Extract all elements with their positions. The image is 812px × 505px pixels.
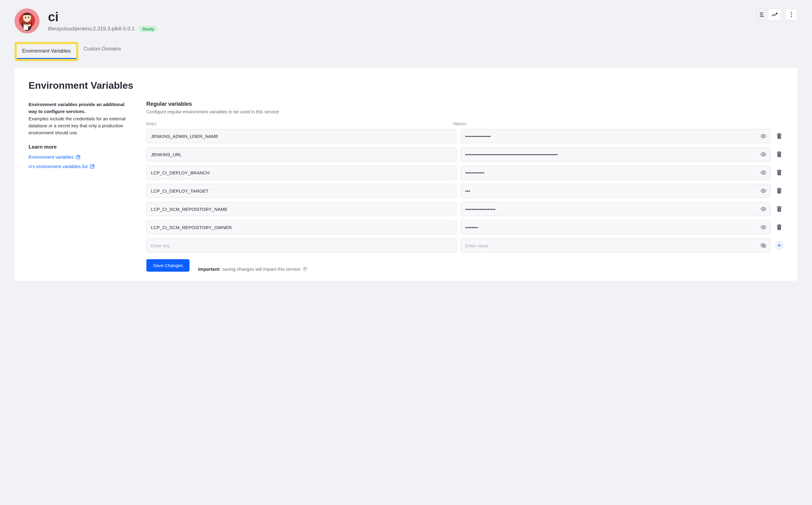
svg-point-22 — [763, 172, 764, 173]
content-row: Environment variables provide an additio… — [29, 101, 783, 272]
tab-custom-domains[interactable]: Custom Domains — [78, 42, 126, 61]
toggle-visibility-button[interactable] — [759, 132, 768, 140]
help-icon[interactable]: ? — [302, 266, 308, 272]
new-key-field — [147, 238, 457, 252]
trash-icon — [777, 151, 782, 157]
section-title: Regular variables — [147, 101, 783, 107]
important-text: saving changes will impact this service — [223, 267, 301, 272]
key-input[interactable] — [147, 166, 457, 180]
value-input[interactable] — [461, 220, 771, 234]
key-field — [147, 166, 457, 180]
row-action — [775, 132, 783, 140]
key-input[interactable] — [147, 220, 457, 234]
dots-vertical-icon — [791, 12, 792, 17]
intro-bold: Environment variables provide an additio… — [29, 102, 124, 114]
svg-rect-24 — [777, 170, 782, 171]
variable-row — [147, 184, 783, 198]
sidebar-intro: Environment variables provide an additio… — [29, 101, 132, 136]
add-variable-button[interactable]: + — [775, 241, 783, 250]
delete-variable-button[interactable] — [775, 223, 783, 231]
toggle-visibility-button[interactable] — [759, 187, 768, 195]
eye-icon — [760, 224, 767, 230]
svg-point-30 — [763, 208, 764, 210]
save-button[interactable]: Save Changes — [147, 259, 190, 272]
key-input[interactable] — [147, 184, 457, 198]
delete-variable-button[interactable] — [775, 205, 783, 213]
value-field — [461, 129, 771, 143]
value-input[interactable] — [461, 129, 771, 143]
new-key-input[interactable] — [147, 238, 457, 252]
new-value-field — [461, 238, 771, 252]
svg-rect-29 — [778, 188, 780, 188]
new-value-input[interactable] — [461, 238, 771, 252]
tab-environment-variables[interactable]: Environment Variables — [17, 44, 76, 59]
trash-icon — [777, 133, 782, 139]
key-field — [147, 129, 457, 143]
toggle-visibility-button[interactable] — [759, 223, 768, 231]
svg-rect-8 — [760, 14, 763, 15]
svg-line-11 — [77, 156, 79, 158]
chart-view-button[interactable] — [769, 9, 781, 20]
value-field — [461, 166, 771, 180]
toggle-visibility-button[interactable] — [759, 205, 768, 213]
key-input[interactable] — [147, 202, 457, 216]
col-head-keys: Keys — [147, 121, 449, 126]
svg-point-18 — [763, 154, 764, 155]
svg-rect-32 — [777, 207, 782, 207]
delete-variable-button[interactable] — [775, 168, 783, 177]
variable-row — [147, 166, 783, 180]
svg-rect-17 — [778, 133, 780, 134]
intro-rest: Examples include the credentials for an … — [29, 116, 125, 136]
value-input[interactable] — [461, 184, 771, 198]
eye-icon — [760, 133, 767, 139]
variable-row — [147, 220, 783, 234]
view-toggle-group — [756, 8, 781, 21]
trash-icon — [777, 224, 782, 230]
svg-point-3 — [25, 17, 26, 18]
row-action — [775, 187, 783, 195]
column-headers: Keys Values — [147, 121, 783, 126]
svg-rect-36 — [777, 225, 782, 226]
list-view-button[interactable] — [756, 9, 769, 20]
svg-rect-31 — [777, 207, 781, 212]
key-input[interactable] — [147, 129, 457, 143]
value-input[interactable] — [461, 202, 771, 216]
key-input[interactable] — [147, 147, 457, 161]
toggle-visibility-button[interactable] — [759, 168, 768, 177]
link-ci-env-variables-list[interactable]: ci's environment variables list — [29, 164, 132, 169]
chart-icon — [772, 12, 778, 17]
svg-rect-20 — [777, 152, 782, 153]
tab-highlight: Environment Variables — [15, 42, 78, 61]
key-field — [147, 202, 457, 216]
sidebar: Environment variables provide an additio… — [29, 101, 132, 272]
delete-variable-button[interactable] — [775, 150, 783, 159]
link-env-variables[interactable]: Environment variables — [29, 154, 132, 160]
delete-variable-button[interactable] — [775, 187, 783, 195]
trash-icon — [777, 170, 782, 176]
title-block: ci liferaycloud/jenkins:2.319.3-jdk8-5.0… — [48, 10, 157, 32]
svg-rect-33 — [778, 206, 780, 207]
svg-point-34 — [763, 227, 764, 228]
external-link-icon — [90, 164, 94, 169]
toggle-visibility-button[interactable] — [759, 241, 768, 250]
variable-row — [147, 202, 783, 216]
svg-rect-6 — [24, 24, 28, 25]
jenkins-avatar-icon — [15, 8, 39, 33]
more-menu-button[interactable] — [785, 9, 797, 20]
status-badge: Ready — [140, 26, 157, 32]
value-input[interactable] — [461, 166, 771, 180]
delete-variable-button[interactable] — [775, 132, 783, 140]
svg-rect-21 — [778, 151, 780, 152]
section-description: Configure regular environment variables … — [147, 109, 783, 114]
value-field — [461, 184, 771, 198]
value-input[interactable] — [461, 147, 771, 161]
eye-icon — [760, 170, 767, 176]
svg-point-14 — [763, 136, 764, 137]
svg-rect-16 — [777, 134, 782, 135]
service-title: ci — [48, 10, 157, 24]
link-label: ci's environment variables list — [29, 164, 88, 169]
toggle-visibility-button[interactable] — [759, 150, 768, 159]
svg-point-26 — [763, 190, 764, 192]
row-action — [775, 223, 783, 231]
variable-row — [147, 129, 783, 143]
